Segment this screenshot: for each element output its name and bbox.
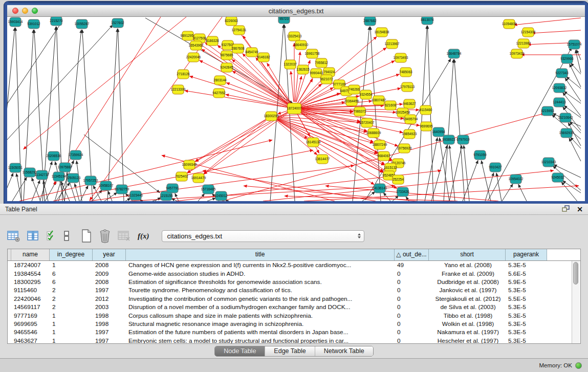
table-cell: Yano et al. (2008) bbox=[429, 261, 506, 269]
table-cell: 5.3E-5 bbox=[506, 287, 547, 294]
table-cell: Hescheler et al. (1997) bbox=[429, 337, 506, 344]
table-cell: 5.3E-5 bbox=[506, 312, 547, 319]
row-height-icon[interactable] bbox=[63, 230, 70, 242]
graph-node-label: 1733426 bbox=[396, 190, 409, 193]
graph-node-label: 1615132 bbox=[384, 166, 397, 169]
table-cell: Stergiakouli et al. (2012) bbox=[429, 295, 506, 302]
table-cell: 5.3E-5 bbox=[506, 329, 547, 336]
table-panel-body: f(x) citations_edges.txt namein_degreeye… bbox=[0, 215, 588, 358]
network-window-titlebar[interactable]: citations_edges.txt bbox=[7, 5, 585, 17]
network-graph-svg[interactable]: 1872400718300295989129549127508822606312… bbox=[7, 17, 585, 201]
table-cell: 1997 bbox=[93, 329, 126, 336]
create-column-icon[interactable] bbox=[81, 229, 92, 243]
table-row[interactable]: 1456911722003Disruption of a novel membe… bbox=[8, 303, 580, 311]
table-cell: 2003 bbox=[93, 303, 126, 311]
delete-column-icon[interactable] bbox=[99, 229, 111, 243]
column-header-pagerank[interactable]: pagerank bbox=[506, 249, 547, 260]
graph-node-label: 14136141 bbox=[373, 186, 387, 190]
column-header-out_de[interactable]: △ out_de... bbox=[395, 249, 429, 260]
window-top-border bbox=[7, 2, 585, 5]
function-builder-icon[interactable]: f(x) bbox=[138, 232, 149, 240]
table-row[interactable]: 969969511998Structural magnetic resonanc… bbox=[8, 320, 580, 328]
table-cell: 2012 bbox=[93, 295, 126, 302]
table-cell: 49 bbox=[395, 261, 429, 269]
column-header-year[interactable]: year bbox=[93, 249, 126, 260]
column-header-title[interactable]: title bbox=[126, 249, 395, 260]
graph-node-label: 15716485 bbox=[201, 187, 216, 191]
graph-node-label: 10973493 bbox=[394, 56, 408, 59]
table-row[interactable]: 1872400712008Changes of HCN gene express… bbox=[8, 261, 580, 269]
table-row[interactable]: 946362711997Embryonic stem cells: a mode… bbox=[8, 337, 580, 344]
table-selector-dropdown[interactable]: citations_edges.txt bbox=[162, 230, 364, 242]
table-cell: 1997 bbox=[93, 337, 126, 344]
graph-node-label: 9938923 bbox=[442, 138, 455, 141]
table-cell: 0 bbox=[395, 329, 429, 336]
tab-node-table[interactable]: Node Table bbox=[215, 346, 265, 356]
table-cell: 9463627 bbox=[11, 337, 50, 344]
table-cell: 5.5E-5 bbox=[506, 295, 547, 302]
table-cell: Franke et al. (2009) bbox=[429, 270, 506, 277]
graph-node-label: 12754131 bbox=[232, 28, 247, 32]
graph-node-label: 17359924 bbox=[69, 153, 83, 157]
table-panel-header: Table Panel ✕ bbox=[0, 204, 588, 215]
minimize-window-icon[interactable] bbox=[22, 8, 28, 14]
table-cell: 1 bbox=[50, 320, 93, 327]
memory-status-icon[interactable] bbox=[575, 362, 582, 369]
column-visibility-icon[interactable] bbox=[27, 230, 39, 242]
column-header-short[interactable]: short bbox=[429, 249, 506, 260]
table-cell: 0 bbox=[395, 270, 429, 277]
graph-node-label: 18300295 bbox=[264, 114, 279, 118]
column-header-name[interactable]: name bbox=[11, 249, 50, 260]
table-row[interactable]: 946554611997Estimation of the future num… bbox=[8, 328, 580, 336]
table-mode-icon[interactable] bbox=[7, 230, 20, 242]
graph-node-label: 16145134 bbox=[306, 140, 321, 144]
table-cell: 0 bbox=[395, 337, 429, 344]
graph-node-label: 1244413 bbox=[553, 100, 566, 104]
close-panel-icon[interactable]: ✕ bbox=[577, 206, 583, 213]
graph-node-label: 10954022 bbox=[509, 177, 524, 181]
table-row[interactable]: 2242004622012Investigating the contribut… bbox=[8, 295, 580, 303]
table-cell: 6 bbox=[50, 278, 93, 286]
zoom-window-icon[interactable] bbox=[32, 8, 38, 14]
table-row[interactable]: 1938455462009Genome-wide association stu… bbox=[8, 269, 580, 277]
graph-node-label: 746266 bbox=[349, 87, 360, 91]
tab-edge-table[interactable]: Edge Table bbox=[265, 346, 315, 356]
table-selector-value: citations_edges.txt bbox=[167, 232, 358, 240]
graph-node-label: 95723 bbox=[279, 17, 289, 20]
graph-node-label: 9127508 bbox=[193, 36, 206, 40]
table-cell: 1997 bbox=[93, 287, 126, 294]
graph-node-label: 15720407 bbox=[360, 121, 375, 124]
graph-node-label: 12505123 bbox=[66, 176, 81, 180]
table-row[interactable]: 911546021997Tourette syndrome. Phenomeno… bbox=[8, 286, 580, 294]
table-cell: 1 bbox=[50, 337, 93, 344]
vertical-scrollbar[interactable] bbox=[572, 261, 580, 343]
tab-network-table[interactable]: Network Table bbox=[315, 346, 373, 356]
table-cell: 0 bbox=[395, 303, 429, 311]
table-row[interactable]: 1830029562008Estimation of significance … bbox=[8, 278, 580, 286]
network-canvas[interactable]: 1872400718300295989129549127508822606312… bbox=[7, 17, 585, 201]
graph-node-label: 12213987 bbox=[516, 41, 531, 45]
graph-node-label: 12213399 bbox=[171, 87, 186, 91]
close-window-icon[interactable] bbox=[12, 8, 18, 14]
table-cell: 5.3E-5 bbox=[506, 337, 547, 344]
float-panel-icon[interactable] bbox=[562, 205, 570, 214]
graph-node-label: 22420046 bbox=[186, 55, 201, 59]
graph-node-label: 9245032 bbox=[551, 176, 564, 179]
table-toolbar: f(x) citations_edges.txt bbox=[7, 227, 364, 245]
table-row[interactable]: 977716911998Corpus callosum shape and si… bbox=[8, 311, 580, 319]
graph-node-label: 1322037 bbox=[284, 62, 297, 66]
graph-node-label: 16961758 bbox=[305, 52, 320, 55]
graph-node-label: 10807487 bbox=[372, 98, 386, 102]
graph-node-label: 9463627 bbox=[403, 102, 416, 105]
selection-check-icon[interactable] bbox=[46, 230, 56, 242]
graph-node-label: 9621072 bbox=[320, 77, 333, 81]
column-header-in_degree[interactable]: in_degree bbox=[50, 249, 93, 260]
scrollbar-thumb[interactable] bbox=[573, 262, 578, 285]
graph-node-label: 8226063 bbox=[225, 19, 238, 23]
table-cell: 0 bbox=[395, 278, 429, 286]
traffic-lights bbox=[12, 5, 38, 16]
table-cell: 1 bbox=[50, 312, 93, 319]
import-table-icon[interactable] bbox=[118, 230, 131, 242]
attribute-table[interactable]: namein_degreeyeartitle△ out_de...shortpa… bbox=[7, 249, 581, 344]
graph-node-label: 9242845 bbox=[220, 65, 233, 69]
